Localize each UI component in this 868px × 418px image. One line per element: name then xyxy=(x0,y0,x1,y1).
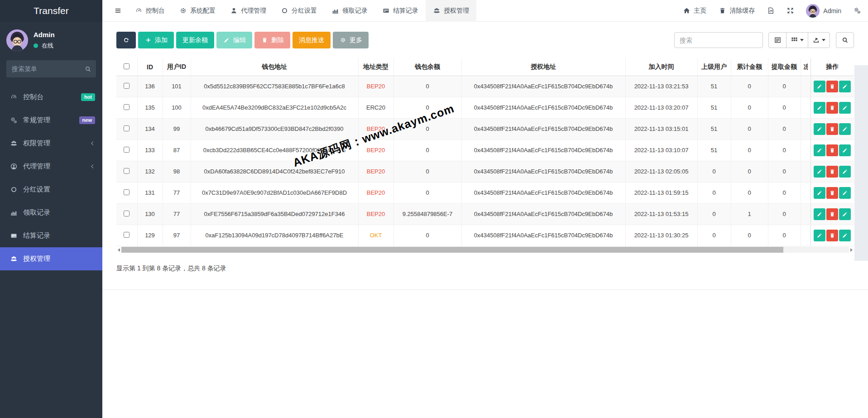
row-delete-button[interactable] xyxy=(826,230,838,241)
sidebar-item-控制台[interactable]: 控制台hot xyxy=(0,86,102,109)
row-edit2-button[interactable] xyxy=(839,102,851,114)
add-button[interactable]: 添加 xyxy=(138,32,174,48)
row-edit-button[interactable] xyxy=(814,102,825,114)
search-submit-button[interactable] xyxy=(836,32,854,48)
nav-tabs: 控制台系统配置代理管理分红设置领取记录结算记录授权管理 xyxy=(128,0,476,22)
sidebar-item-代理管理[interactable]: 代理管理 xyxy=(0,155,102,178)
column-header-钱包余额[interactable]: 钱包余额 xyxy=(393,58,461,76)
row-checkbox[interactable] xyxy=(124,211,129,216)
row-checkbox[interactable] xyxy=(124,83,129,89)
cell-parent-user: 0 xyxy=(697,203,731,225)
tab-结算记录[interactable]: 结算记录 xyxy=(375,0,426,22)
more-button[interactable]: 更多 xyxy=(333,32,369,48)
row-edit2-button[interactable] xyxy=(839,81,851,92)
tab-代理管理[interactable]: 代理管理 xyxy=(223,0,273,22)
select-all-checkbox[interactable] xyxy=(124,63,129,69)
row-checkbox[interactable] xyxy=(124,125,129,131)
update-balance-button[interactable]: 更新余额 xyxy=(176,32,214,48)
column-header-上级用户[interactable]: 上级用户 xyxy=(697,58,731,76)
row-edit2-button[interactable] xyxy=(839,230,851,241)
navbar-settings[interactable] xyxy=(854,7,861,14)
row-delete-button[interactable] xyxy=(826,166,838,178)
delete-button[interactable]: 删除 xyxy=(254,32,290,48)
export-button[interactable] xyxy=(808,32,830,48)
avatar[interactable] xyxy=(6,29,28,51)
cell-wallet-balance: 0 xyxy=(393,161,461,182)
column-header-累计金额[interactable]: 累计金额 xyxy=(731,58,768,76)
edit-button[interactable]: 编辑 xyxy=(216,32,252,48)
sidebar-item-label: 控制台 xyxy=(23,93,43,101)
sidebar-toggle-button[interactable] xyxy=(108,0,128,22)
row-checkbox[interactable] xyxy=(124,189,129,195)
cell-parent-user: 51 xyxy=(697,97,731,118)
cell-truncated xyxy=(801,182,810,203)
row-delete-button[interactable] xyxy=(826,81,838,92)
tab-领取记录[interactable]: 领取记录 xyxy=(324,0,375,22)
row-delete-button[interactable] xyxy=(826,208,838,220)
row-select-cell xyxy=(116,97,137,118)
detail-view-button[interactable] xyxy=(768,32,786,48)
refresh-button[interactable] xyxy=(116,32,136,48)
sidebar-item-分红设置[interactable]: 分红设置 xyxy=(0,178,102,201)
table-row: 1351000xdEA4E5A74Be3209dBC832aE3FC21e102… xyxy=(116,97,854,118)
row-checkbox[interactable] xyxy=(124,147,129,153)
sidebar-item-结算记录[interactable]: 结算记录 xyxy=(0,224,102,247)
column-header-地址类型[interactable]: 地址类型 xyxy=(358,58,393,76)
row-edit-button[interactable] xyxy=(814,187,825,199)
row-edit-button[interactable] xyxy=(814,208,825,220)
row-edit-button[interactable] xyxy=(814,166,825,178)
sidebar-item-领取记录[interactable]: 领取记录 xyxy=(0,201,102,224)
row-edit2-button[interactable] xyxy=(839,208,851,220)
tab-系统配置[interactable]: 系统配置 xyxy=(172,0,223,22)
row-edit2-button[interactable] xyxy=(839,144,851,156)
column-header-用户ID[interactable]: 用户ID xyxy=(163,58,191,76)
row-edit2-button[interactable] xyxy=(839,166,851,178)
row-delete-button[interactable] xyxy=(826,187,838,199)
row-edit2-button[interactable] xyxy=(839,123,851,135)
row-edit2-button[interactable] xyxy=(839,187,851,199)
column-header-加入时间[interactable]: 加入时间 xyxy=(625,58,697,76)
scrollbar-track[interactable] xyxy=(121,247,849,253)
button-label: 添加 xyxy=(155,36,168,44)
horizontal-scrollbar[interactable] xyxy=(116,247,854,253)
tab-授权管理[interactable]: 授权管理 xyxy=(426,0,476,22)
chart-icon xyxy=(10,209,17,216)
row-edit-button[interactable] xyxy=(814,144,825,156)
row-delete-button[interactable] xyxy=(826,144,838,156)
sidebar-item-常规管理[interactable]: 常规管理new xyxy=(0,109,102,132)
tab-分红设置[interactable]: 分红设置 xyxy=(273,0,324,22)
row-select-cell xyxy=(116,182,137,203)
message-push-button[interactable]: 消息推送 xyxy=(293,32,331,48)
row-edit-button[interactable] xyxy=(814,81,825,92)
column-header-钱包地址[interactable]: 钱包地址 xyxy=(191,58,358,76)
navbar-refresh-page[interactable] xyxy=(767,7,774,14)
tab-控制台[interactable]: 控制台 xyxy=(128,0,172,22)
row-checkbox[interactable] xyxy=(124,168,129,174)
table-row: 130770xFE7556F6715a3859dF6a35B4Ded072971… xyxy=(116,203,854,225)
cell-user-id: 97 xyxy=(163,225,191,246)
sidebar-search-input[interactable] xyxy=(6,60,96,77)
sidebar-item-授权管理[interactable]: 授权管理 xyxy=(0,247,102,270)
row-delete-button[interactable] xyxy=(826,123,838,135)
table-search-input[interactable] xyxy=(674,32,763,48)
scroll-left-arrow[interactable] xyxy=(116,247,121,253)
navbar-clear-cache[interactable]: 清除缓存 xyxy=(719,7,755,15)
navbar-admin-user[interactable]: Admin xyxy=(806,4,841,18)
cell-wallet-address: 0xcb3Dd222d3BB65CE4Cc0e488F57200f027ECE1… xyxy=(191,139,358,161)
row-delete-button[interactable] xyxy=(826,102,838,114)
scroll-right-arrow[interactable] xyxy=(849,247,854,253)
navbar-fullscreen[interactable] xyxy=(786,7,794,14)
cell-actions xyxy=(810,203,854,225)
scrollbar-thumb[interactable] xyxy=(121,247,783,253)
row-edit-button[interactable] xyxy=(814,123,825,135)
column-header-ID[interactable]: ID xyxy=(137,58,163,76)
sidebar-item-权限管理[interactable]: 权限管理 xyxy=(0,132,102,155)
row-checkbox[interactable] xyxy=(124,232,129,238)
column-header-授权地址[interactable]: 授权地址 xyxy=(461,58,625,76)
row-checkbox[interactable] xyxy=(124,104,129,110)
navbar-home[interactable]: 主页 xyxy=(683,7,706,15)
columns-button[interactable] xyxy=(786,32,808,48)
column-header-提取金额[interactable]: 提取金额 xyxy=(768,58,801,76)
row-edit-button[interactable] xyxy=(814,230,825,241)
main-area: 控制台系统配置代理管理分红设置领取记录结算记录授权管理 主页清除缓存Admin … xyxy=(102,0,868,418)
